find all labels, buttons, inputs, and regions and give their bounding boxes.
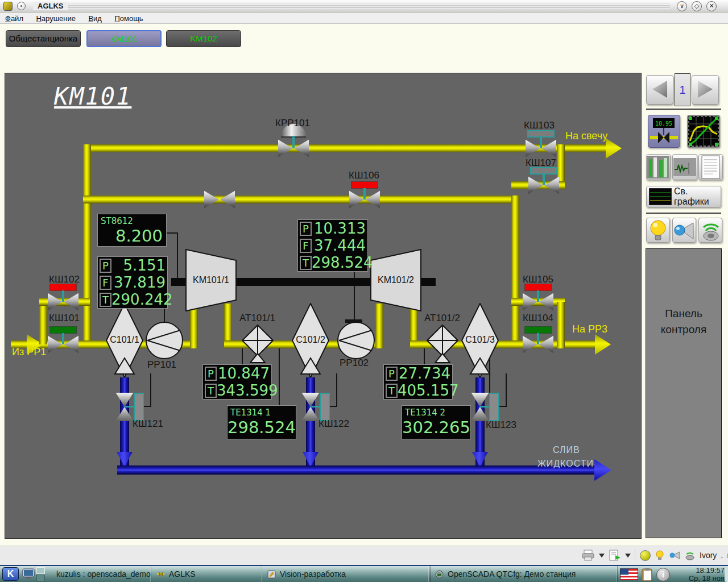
alarm-speaker-icon[interactable]	[684, 550, 696, 560]
valve-ksh102[interactable]	[47, 293, 79, 311]
label-kpp101: КРР101	[275, 118, 310, 129]
printer-menu-chevron-icon[interactable]	[599, 554, 605, 560]
show-desktop-icon[interactable]	[22, 568, 35, 580]
panels-view-button[interactable]	[646, 154, 671, 180]
theme-label: Ivory	[700, 551, 717, 560]
separator-s101-2[interactable]: С101/2	[292, 303, 329, 378]
tag-t: T	[300, 256, 312, 270]
label-ksh102: КШ102	[49, 274, 80, 285]
alarm-light-icon[interactable]	[655, 550, 665, 561]
speaker-test-button[interactable]	[698, 218, 722, 243]
light-bulb-icon	[647, 218, 669, 242]
control-panel-line2: контроля	[646, 323, 721, 336]
tab-km101[interactable]: KM101	[86, 30, 162, 47]
task-openscada-demo[interactable]: kuzulis : openscada_demo	[48, 566, 151, 582]
pump-rr102[interactable]	[337, 321, 375, 360]
value-p: 27.734	[398, 365, 450, 382]
oscillogram-view-button[interactable]	[672, 154, 697, 180]
horn-test-button[interactable]	[672, 218, 696, 243]
svg-text:10.95: 10.95	[655, 120, 672, 127]
prev-page-button[interactable]	[646, 75, 673, 105]
separator-s101-1[interactable]: С101/1	[106, 303, 143, 378]
kde-start-button[interactable]: K	[2, 567, 19, 581]
valve-ksh122[interactable]	[301, 392, 320, 422]
keyboard-layout-flag-icon[interactable]	[620, 568, 638, 580]
pager-desktop-2[interactable]	[36, 575, 45, 581]
sticky-pin-icon[interactable]	[17, 2, 26, 10]
close-button[interactable]: ✕	[706, 1, 717, 11]
cooler-at101-2[interactable]	[427, 325, 458, 356]
klipper-clipboard-icon[interactable]	[640, 567, 655, 582]
value-f: 37.444	[312, 237, 366, 254]
valve-ksh103[interactable]	[525, 139, 557, 157]
valve-ksh106[interactable]	[349, 190, 380, 209]
window-titlebar[interactable]: AGLKS ∨ ◇ ✕	[0, 0, 728, 13]
value-p: 5.151	[111, 257, 166, 274]
clock-date: Ср, 18 ноя 2009	[671, 575, 725, 582]
display-te1314-1: TE1314 1 298.524	[227, 405, 296, 439]
desktop-pager[interactable]	[36, 567, 45, 581]
valve-ksh101[interactable]	[47, 335, 79, 354]
valve-ksh123[interactable]	[471, 392, 489, 422]
menu-view[interactable]: Вид	[83, 13, 107, 23]
valve-unnamed[interactable]	[204, 190, 235, 209]
cooler-at101-1[interactable]	[242, 325, 274, 356]
export-menu-chevron-icon[interactable]	[625, 554, 631, 560]
panel-separator	[646, 213, 721, 214]
valve-ksh107[interactable]	[528, 176, 560, 194]
taskbar-clock[interactable]: 18:19:57 Ср, 18 ноя 2009	[671, 567, 725, 582]
tag-f: F	[300, 239, 312, 253]
tab-km102[interactable]: KM102	[166, 30, 241, 47]
next-page-button[interactable]	[692, 75, 719, 105]
task-aglks[interactable]: AGLKS	[152, 566, 262, 582]
task-openscada-qtcfg[interactable]: OpenSCADA QTCfg: Демо станция	[430, 566, 618, 582]
pipe-ksh102-riser-l	[39, 302, 47, 344]
clock-time: 18:19:57	[671, 567, 725, 575]
pager-desktop-1[interactable]	[36, 567, 45, 574]
valve-ksh121[interactable]	[115, 392, 134, 422]
compressor-km101-2[interactable]: KM101/2	[370, 249, 421, 311]
printer-icon[interactable]	[581, 550, 595, 561]
document-view-button[interactable]	[698, 154, 723, 180]
graphics-view-button[interactable]	[687, 115, 720, 148]
tab-obshestantsionka[interactable]: Общестанционка	[6, 30, 81, 47]
mnemo-view-button[interactable]: 10.95	[648, 115, 680, 148]
valve-state-indicator	[134, 393, 144, 421]
task-vision-development[interactable]: Vision-разработка	[263, 566, 429, 582]
horn-icon	[673, 218, 696, 242]
menu-violation[interactable]: Нарушение	[31, 13, 81, 23]
menu-help[interactable]: Помощь	[109, 13, 148, 23]
pipe-bypass-header	[83, 196, 519, 203]
label-drain-2: ЖИДКОСТИ	[537, 459, 594, 469]
valve-state-indicator	[320, 393, 330, 421]
page-number-box[interactable]: 1	[675, 73, 690, 106]
control-panel-line1: Панель	[646, 307, 721, 320]
protocol-document-icon	[699, 155, 722, 180]
lamp-test-button[interactable]	[646, 218, 670, 243]
export-document-icon[interactable]	[609, 550, 621, 561]
tag-t: T	[386, 384, 398, 398]
label-at101-2: АТ101/2	[424, 313, 460, 324]
maximize-button[interactable]: ◇	[692, 1, 702, 11]
valve-ksh105[interactable]	[522, 293, 554, 311]
valve-kpp101[interactable]	[278, 139, 309, 157]
value-p: 10.847	[217, 365, 270, 382]
label-rr101: РР101	[147, 359, 176, 371]
alarm-status-icon[interactable]	[640, 550, 651, 561]
separator-s101-3[interactable]: С101/3	[461, 303, 499, 378]
alarm-horn-icon[interactable]	[669, 550, 680, 560]
panel-hide-handle[interactable]	[725, 567, 728, 582]
info-tray-icon[interactable]: i	[656, 568, 670, 581]
openscada-app-icon	[435, 570, 444, 579]
value-t: 290.242	[111, 291, 173, 308]
taskbar: K kuzulis : openscada_demo AGLKS Vision-…	[0, 565, 728, 582]
pump-rr101[interactable]	[145, 321, 184, 360]
drain-header	[117, 465, 598, 475]
free-graphics-button[interactable]: Св. графики	[646, 186, 721, 207]
connector-te1	[279, 348, 280, 405]
valve-ksh104[interactable]	[522, 335, 554, 354]
shade-button[interactable]: ∨	[677, 1, 687, 11]
compressor-km101-1[interactable]: KM101/1	[185, 249, 237, 311]
status-separator	[635, 549, 636, 562]
menu-file[interactable]: Файл	[0, 13, 28, 23]
